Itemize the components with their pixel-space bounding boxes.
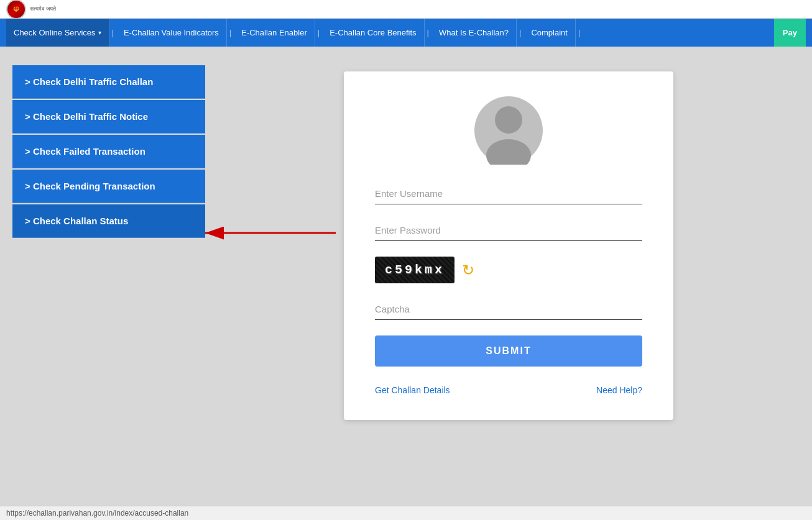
logo-inner: 🔱 [7,1,25,18]
logo-emblem: 🔱 [13,6,19,12]
avatar [474,96,543,165]
status-bar: https://echallan.parivahan.gov.in/index/… [0,506,812,520]
nav-echallan-core[interactable]: E-Challan Core Benefits [322,19,424,47]
logo-circle: 🔱 [6,0,26,19]
captcha-image: c59kmx [375,257,454,283]
svg-point-3 [495,106,522,134]
sidebar-item-check-delhi-traffic-challan[interactable]: > Check Delhi Traffic Challan [12,65,205,99]
login-card: c59kmx ↻ SUBMIT Get Challan Details [344,71,673,420]
password-input[interactable] [375,220,642,241]
password-group [375,220,642,241]
nav-echallan-enabler[interactable]: E-Challan Enabler [234,19,315,47]
logo: 🔱 सत्यमेव जयते [6,0,56,19]
sidebar-item-check-challan-status[interactable]: > Check Challan Status [12,204,205,238]
card-footer: Get Challan Details Need Help? [375,385,642,395]
logo-tagline: सत्यमेव जयते [30,6,56,12]
navbar: Check Online Services ▾ | E-Challan Valu… [0,19,812,47]
username-group [375,183,642,204]
sidebar-item-check-pending-transaction[interactable]: > Check Pending Transaction [12,170,205,203]
sidebar-item-check-delhi-traffic-notice[interactable]: > Check Delhi Traffic Notice [12,100,205,134]
captcha-input-group [375,299,642,320]
header: 🔱 सत्यमेव जयते [0,0,812,19]
nav-echallan-value[interactable]: E-Challan Value Indicators [116,19,227,47]
avatar-container [375,96,642,165]
nav-pay-button[interactable]: Pay [774,19,806,47]
submit-button[interactable]: SUBMIT [375,335,642,367]
nav-complaint[interactable]: Complaint [524,19,576,47]
need-help-link[interactable]: Need Help? [596,385,642,395]
chevron-down-icon: ▾ [98,29,101,36]
nav-what-is-echallan[interactable]: What Is E-Challan? [431,19,517,47]
username-input[interactable] [375,183,642,204]
captcha-input[interactable] [375,299,642,320]
sidebar-item-check-failed-transaction[interactable]: > Check Failed Transaction [12,135,205,168]
captcha-refresh-button[interactable]: ↻ [462,262,474,279]
get-challan-details-link[interactable]: Get Challan Details [375,385,450,395]
captcha-row: c59kmx ↻ [375,257,642,283]
nav-check-online-services[interactable]: Check Online Services ▾ [6,19,109,47]
sidebar: > Check Delhi Traffic Challan > Check De… [12,65,205,506]
login-area: c59kmx ↻ SUBMIT Get Challan Details [218,59,800,506]
main-content: > Check Delhi Traffic Challan > Check De… [0,47,812,519]
